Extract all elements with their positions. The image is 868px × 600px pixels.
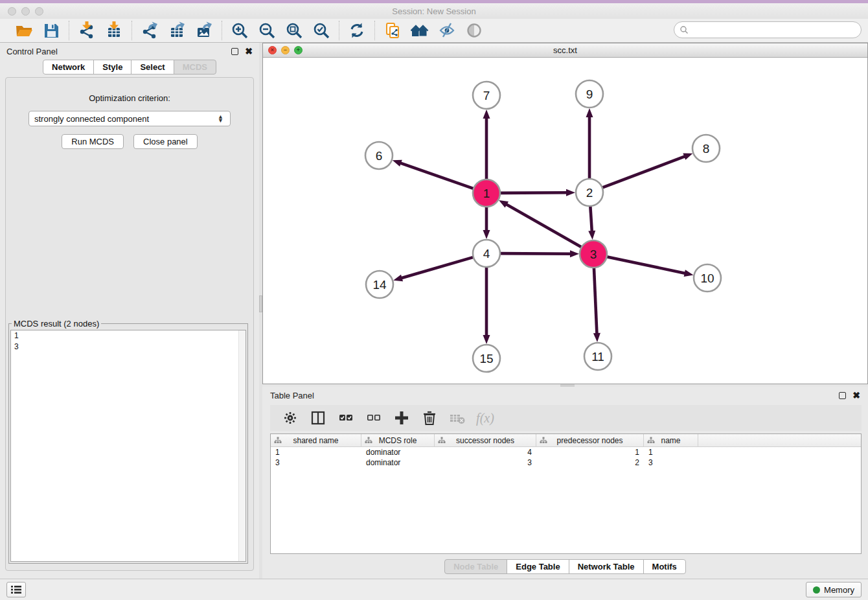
- edge-1-6[interactable]: [399, 163, 474, 189]
- column-header-name[interactable]: name: [644, 434, 698, 446]
- edge-4-14[interactable]: [400, 257, 474, 279]
- window-title: Session: New Session: [0, 6, 868, 16]
- table-cell[interactable]: dominator: [361, 447, 435, 457]
- table-close-panel-icon[interactable]: ✖: [852, 391, 860, 400]
- task-history-button[interactable]: [6, 582, 26, 597]
- arrowhead-2-9: [586, 108, 593, 117]
- edge-2-8[interactable]: [602, 156, 686, 188]
- control-panel: Control Panel ✖ NetworkStyleSelectMCDS O…: [0, 43, 259, 579]
- column-header-shared-name[interactable]: shared name: [271, 434, 361, 446]
- deselect-all-button[interactable]: [364, 408, 383, 428]
- node-label-4: 4: [483, 247, 490, 260]
- table-cell[interactable]: 2: [536, 457, 644, 468]
- export-network-button[interactable]: [139, 21, 160, 40]
- table-cell[interactable]: 3: [644, 457, 698, 468]
- import-table-button[interactable]: [104, 21, 124, 40]
- edge-3-1[interactable]: [505, 203, 582, 247]
- zoom-selected-icon: [312, 21, 330, 40]
- table-cell[interactable]: 1: [271, 447, 361, 457]
- mcds-result-area[interactable]: 13: [10, 330, 246, 562]
- tab-node-table[interactable]: Node Table: [444, 559, 507, 574]
- network-minimize-button[interactable]: −: [281, 46, 290, 54]
- open-session-button[interactable]: [14, 21, 34, 40]
- tab-network[interactable]: Network: [43, 60, 94, 75]
- tab-style[interactable]: Style: [93, 60, 131, 75]
- zoom-fit-button[interactable]: [284, 21, 304, 40]
- first-neighbors-icon: [411, 21, 429, 40]
- control-panel-title: Control Panel: [6, 47, 231, 56]
- add-row-button[interactable]: [392, 408, 411, 428]
- open-session-icon: [15, 21, 33, 40]
- node-label-7: 7: [483, 89, 490, 102]
- add-row-icon: [393, 409, 411, 427]
- node-label-10: 10: [700, 271, 714, 285]
- edge-2-3[interactable]: [590, 206, 592, 233]
- column-header-MCDS-role[interactable]: MCDS role: [361, 434, 435, 446]
- tab-mcds[interactable]: MCDS: [174, 60, 216, 75]
- split-columns-button[interactable]: [308, 408, 328, 428]
- export-image-button[interactable]: [194, 21, 214, 40]
- table-cell[interactable]: 4: [435, 447, 536, 457]
- table-cell[interactable]: dominator: [361, 457, 435, 468]
- save-session-button[interactable]: [41, 21, 62, 40]
- delete-row-button[interactable]: [420, 408, 439, 428]
- edge-3-11[interactable]: [594, 268, 597, 335]
- table-toolbar: f(x): [270, 405, 862, 431]
- edge-1-2[interactable]: [500, 192, 568, 193]
- float-panel-icon[interactable]: [231, 48, 238, 55]
- first-neighbors-button[interactable]: [409, 21, 430, 40]
- table-row[interactable]: 3dominator323: [271, 457, 861, 468]
- criterion-select[interactable]: strongly connected component ▲▼: [29, 111, 231, 126]
- refresh-layout-button[interactable]: [347, 21, 367, 40]
- column-label: successor nodes: [456, 436, 514, 445]
- import-network-button[interactable]: [76, 21, 97, 40]
- birds-eye-view-button[interactable]: [464, 21, 485, 40]
- table-cell[interactable]: 1: [644, 447, 698, 457]
- mcds-panel: Optimization criterion: strongly connect…: [5, 77, 254, 571]
- table-row[interactable]: 1dominator411: [271, 447, 861, 457]
- node-label-9: 9: [586, 87, 593, 101]
- graphics-details-icon: [438, 21, 456, 40]
- run-mcds-button[interactable]: Run MCDS: [62, 134, 124, 149]
- network-close-button[interactable]: ×: [268, 46, 277, 54]
- edge-3-10[interactable]: [607, 257, 687, 273]
- tab-network-table[interactable]: Network Table: [569, 559, 644, 574]
- zoom-in-button[interactable]: [229, 21, 250, 40]
- memory-button[interactable]: Memory: [806, 582, 862, 597]
- network-maximize-button[interactable]: +: [294, 46, 303, 54]
- table-float-panel-icon[interactable]: [839, 392, 846, 399]
- table-cell[interactable]: 1: [536, 447, 644, 457]
- search-icon: [680, 25, 689, 34]
- zoom-selected-button[interactable]: [311, 21, 332, 40]
- zoom-out-button[interactable]: [257, 21, 277, 40]
- arrowhead-4-14: [393, 275, 403, 282]
- edge-4-3[interactable]: [500, 253, 572, 254]
- column-header-successor-nodes[interactable]: successor nodes: [435, 434, 536, 446]
- network-window-titlebar[interactable]: scc.txt × − +: [263, 43, 867, 58]
- close-panel-button[interactable]: Close panel: [133, 134, 198, 149]
- birds-eye-view-icon: [465, 21, 483, 40]
- select-all-button[interactable]: [336, 408, 356, 428]
- node-label-8: 8: [703, 142, 710, 156]
- settings-icon: [281, 409, 299, 427]
- column-header-predecessor-nodes[interactable]: predecessor nodes: [536, 434, 644, 446]
- clone-network-button[interactable]: [382, 21, 403, 40]
- node-label-14: 14: [372, 278, 387, 292]
- export-table-button[interactable]: [166, 21, 187, 40]
- search-input[interactable]: [692, 25, 861, 35]
- settings-button[interactable]: [280, 408, 300, 428]
- close-panel-icon[interactable]: ✖: [245, 47, 253, 56]
- tab-motifs[interactable]: Motifs: [643, 559, 686, 574]
- arrowhead-1-7: [483, 110, 490, 119]
- table-cell[interactable]: 3: [271, 457, 361, 468]
- tab-edge-table[interactable]: Edge Table: [507, 559, 569, 574]
- result-scrollbar[interactable]: [238, 330, 246, 561]
- search-box[interactable]: [674, 21, 862, 38]
- status-bar: Memory: [0, 579, 868, 600]
- tab-select[interactable]: Select: [131, 60, 174, 75]
- network-canvas[interactable]: 1234678910111415: [263, 58, 867, 384]
- table-header-row: shared nameMCDS rolesuccessor nodesprede…: [271, 434, 861, 447]
- graphics-details-button[interactable]: [437, 21, 457, 40]
- arrowhead-1-2: [566, 189, 575, 196]
- table-cell[interactable]: 3: [435, 457, 536, 468]
